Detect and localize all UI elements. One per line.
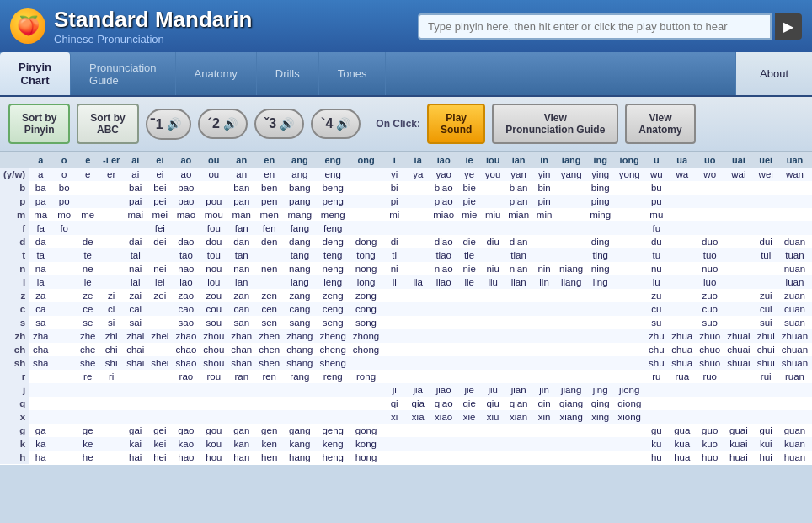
cell[interactable]: ye (457, 168, 481, 181)
cell[interactable] (76, 383, 99, 397)
cell[interactable] (754, 383, 778, 397)
cell[interactable] (532, 248, 556, 262)
cell[interactable]: ben (255, 181, 283, 195)
cell[interactable]: ce (76, 302, 99, 316)
cell[interactable]: shi (99, 356, 123, 370)
cell[interactable]: an (227, 168, 255, 181)
cell[interactable] (532, 221, 556, 235)
cell[interactable]: ka (29, 437, 52, 451)
cell[interactable]: kou (200, 437, 227, 451)
cell[interactable]: gu (644, 424, 668, 437)
cell[interactable] (430, 343, 457, 356)
cell[interactable] (556, 302, 586, 316)
cell[interactable]: rong (350, 370, 382, 383)
cell[interactable] (99, 235, 123, 248)
cell[interactable]: niao (430, 262, 457, 275)
cell[interactable] (532, 235, 556, 248)
cell[interactable]: yin (532, 168, 556, 181)
cell[interactable]: fei (147, 221, 172, 235)
cell[interactable] (696, 221, 724, 235)
cell[interactable]: di (382, 235, 406, 248)
cell[interactable] (481, 181, 505, 195)
cell[interactable]: bu (644, 181, 668, 195)
cell[interactable] (382, 437, 406, 451)
cell[interactable]: xia (406, 410, 430, 424)
cell[interactable]: chong (350, 343, 382, 356)
cell[interactable] (382, 370, 406, 383)
cell[interactable]: shei (147, 356, 172, 370)
cell[interactable] (724, 302, 754, 316)
cell[interactable]: bo (52, 181, 76, 195)
cell[interactable]: ceng (317, 302, 350, 316)
cell[interactable] (668, 181, 696, 195)
cell[interactable] (382, 343, 406, 356)
cell[interactable]: wa (668, 168, 696, 181)
cell[interactable]: ning (586, 262, 614, 275)
cell[interactable]: ai (123, 168, 147, 181)
cell[interactable]: su (644, 316, 668, 329)
cell[interactable] (430, 356, 457, 370)
cell[interactable] (724, 221, 754, 235)
cell[interactable]: kai (123, 437, 147, 451)
cell[interactable] (52, 275, 76, 289)
cell[interactable]: nan (227, 262, 255, 275)
cell[interactable]: zhong (350, 329, 382, 343)
cell[interactable] (778, 208, 811, 221)
cell[interactable]: lan (227, 275, 255, 289)
cell[interactable]: keng (317, 437, 350, 451)
cell[interactable]: bing (586, 181, 614, 195)
cell[interactable] (586, 451, 614, 464)
cell[interactable]: zeng (317, 289, 350, 302)
cell[interactable] (724, 316, 754, 329)
cell[interactable] (99, 424, 123, 437)
cell[interactable]: chang (283, 343, 316, 356)
cell[interactable]: niu (481, 262, 505, 275)
cell[interactable]: pao (172, 195, 200, 208)
cell[interactable]: wu (644, 168, 668, 181)
cell[interactable]: ruo (696, 370, 724, 383)
cell[interactable] (430, 329, 457, 343)
cell[interactable] (147, 343, 172, 356)
cell[interactable] (52, 356, 76, 370)
cell[interactable] (532, 424, 556, 437)
cell[interactable]: cu (644, 302, 668, 316)
cell[interactable] (76, 397, 99, 410)
cell[interactable] (406, 262, 430, 275)
cell[interactable] (430, 302, 457, 316)
cell[interactable] (754, 195, 778, 208)
cell[interactable]: mang (283, 208, 316, 221)
cell[interactable]: shai (123, 356, 147, 370)
cell[interactable]: nuo (696, 262, 724, 275)
cell[interactable] (406, 424, 430, 437)
cell[interactable] (586, 329, 614, 343)
cell[interactable]: si (99, 316, 123, 329)
cell[interactable] (724, 208, 754, 221)
cell[interactable] (406, 437, 430, 451)
cell[interactable]: tou (200, 248, 227, 262)
cell[interactable] (457, 343, 481, 356)
cell[interactable]: miao (430, 208, 457, 221)
cell[interactable] (350, 208, 382, 221)
cell[interactable]: men (255, 208, 283, 221)
cell[interactable]: bei (147, 181, 172, 195)
cell[interactable]: liu (481, 275, 505, 289)
tone3-button[interactable]: ˇ3 🔊 (254, 109, 304, 139)
cell[interactable]: reng (317, 370, 350, 383)
cell[interactable]: die (457, 235, 481, 248)
cell[interactable] (255, 410, 283, 424)
cell[interactable]: geng (317, 424, 350, 437)
cell[interactable] (556, 329, 586, 343)
cell[interactable] (696, 383, 724, 397)
cell[interactable]: nou (200, 262, 227, 275)
cell[interactable] (668, 289, 696, 302)
tab-pinyin-chart[interactable]: PinyinChart (0, 52, 71, 95)
cell[interactable]: lai (123, 275, 147, 289)
cell[interactable] (255, 397, 283, 410)
cell[interactable] (614, 235, 644, 248)
cell[interactable] (172, 397, 200, 410)
cell[interactable] (505, 437, 532, 451)
cell[interactable] (406, 316, 430, 329)
cell[interactable]: min (532, 208, 556, 221)
cell[interactable] (481, 343, 505, 356)
cell[interactable] (457, 424, 481, 437)
